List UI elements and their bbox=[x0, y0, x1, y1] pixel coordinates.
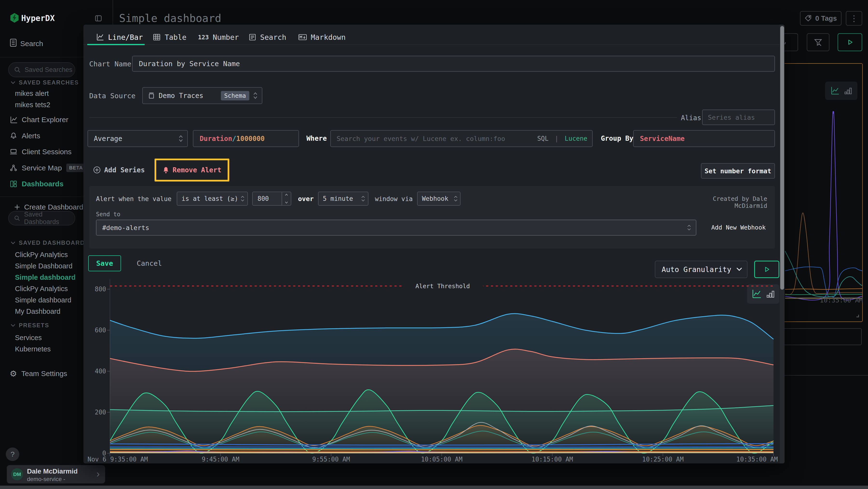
group-by-input[interactable]: ServiceName bbox=[633, 130, 775, 147]
where-label: Where bbox=[306, 135, 327, 142]
search-list-icon bbox=[249, 33, 256, 41]
saved-dashboard-item[interactable]: Simple dashboard bbox=[15, 294, 75, 306]
line-chart-icon bbox=[96, 33, 104, 41]
lucene-mode-toggle[interactable]: Lucene bbox=[565, 135, 587, 142]
saved-dashboard-item[interactable]: ClickPy Analytics bbox=[15, 249, 75, 260]
saved-searches-input[interactable]: Saved Searches bbox=[8, 62, 75, 77]
remove-alert-highlight-box: Remove Alert bbox=[155, 159, 229, 181]
hyperdx-logo-icon bbox=[10, 12, 19, 23]
brand-name[interactable]: HyperDX bbox=[21, 13, 55, 23]
sidebar-item-search[interactable]: Search bbox=[20, 39, 43, 48]
saved-searches-placeholder: Saved Searches bbox=[25, 66, 72, 74]
database-icon bbox=[148, 92, 155, 99]
save-button[interactable]: Save bbox=[88, 255, 121, 271]
preview-chart: Alert Threshold0200400600800Nov 6 9:35:0… bbox=[84, 271, 784, 463]
alert-channel-select[interactable]: Webhook bbox=[417, 192, 461, 206]
section-divider bbox=[89, 117, 677, 118]
presets-header[interactable]: PRESETS bbox=[10, 321, 49, 330]
tab-markdown[interactable]: Markdown bbox=[298, 31, 346, 44]
cancel-button[interactable]: Cancel bbox=[137, 259, 162, 267]
panel-menu-button[interactable]: ⋮ bbox=[846, 11, 862, 26]
chevron-up-down-icon bbox=[241, 195, 245, 202]
modal-scrollbar-thumb[interactable] bbox=[780, 26, 784, 290]
stepper-up-icon[interactable] bbox=[285, 194, 288, 196]
sidebar-item-team-settings[interactable]: ⚙ Team Settings bbox=[10, 368, 67, 379]
send-to-select[interactable]: #demo-alerts bbox=[96, 220, 696, 236]
data-source-select[interactable]: Demo Traces Schema bbox=[142, 87, 262, 104]
app-root: { "colors": { "accent_green": "#1bd696",… bbox=[0, 0, 868, 489]
sidebar-divider bbox=[0, 197, 84, 197]
sidebar-item-client-sessions[interactable]: Client Sessions bbox=[10, 146, 72, 157]
help-button[interactable]: ? bbox=[6, 448, 19, 461]
x-tick-label: 10:05:00 AM bbox=[421, 456, 462, 463]
chart-series-flat-blue2 bbox=[110, 447, 774, 447]
background-panel bbox=[781, 328, 862, 345]
chevron-up-down-icon bbox=[687, 224, 691, 231]
sidebar-item-label: Dashboards bbox=[22, 180, 63, 188]
alert-condition-select[interactable]: is at least (≥) bbox=[177, 192, 248, 206]
bell-icon bbox=[162, 167, 169, 174]
create-dashboard-button[interactable]: Create Dashboard bbox=[14, 202, 83, 212]
alias-input[interactable]: Series alias bbox=[702, 110, 775, 125]
saved-searches-header[interactable]: SAVED SEARCHES bbox=[10, 78, 79, 87]
saved-searches-list: mikes alertmikes tets2 bbox=[15, 88, 51, 111]
user-subtitle: demo-service - bbox=[27, 476, 65, 483]
set-number-format-button[interactable]: Set number format bbox=[701, 163, 775, 179]
line-chart-icon bbox=[10, 116, 18, 123]
chevron-up-down-icon bbox=[361, 195, 365, 202]
background-dashboard: 0 Tags ⋮ 10:35:00 AM bbox=[779, 0, 868, 489]
saved-dashboard-item[interactable]: Simple Dashboard bbox=[15, 260, 75, 272]
saved-dashboard-item[interactable]: ClickPy Analytics bbox=[15, 283, 75, 294]
saved-dashboard-item[interactable]: My Dashboard bbox=[15, 306, 75, 317]
search-logs-icon bbox=[10, 39, 17, 47]
saved-search-item[interactable]: mikes tets2 bbox=[15, 99, 51, 111]
saved-search-item[interactable]: mikes alert bbox=[15, 88, 51, 99]
add-new-webhook-button[interactable]: Add New Webhook bbox=[711, 224, 766, 231]
alert-config-panel: Alert when the value is at least (≥) 800… bbox=[89, 186, 775, 249]
tags-button[interactable]: 0 Tags bbox=[800, 11, 841, 26]
chart-series-flat-tan bbox=[110, 453, 774, 453]
beta-badge: BETA bbox=[66, 164, 86, 172]
send-to-label: Send to bbox=[96, 211, 120, 218]
sidebar-item-service-map[interactable]: Service MapBETA bbox=[10, 163, 86, 173]
sidebar-item-alerts[interactable]: Alerts bbox=[10, 131, 40, 141]
group-by-label: Group By bbox=[601, 135, 633, 142]
chart-series-flat-amber bbox=[110, 450, 774, 450]
tab-table[interactable]: Table bbox=[153, 31, 186, 44]
chevron-down-icon bbox=[10, 241, 16, 244]
y-tick-label: 600 bbox=[95, 326, 106, 334]
alert-threshold-input[interactable]: 800 bbox=[252, 192, 291, 206]
saved-dashboards-input[interactable]: Saved Dashboards bbox=[8, 211, 75, 225]
chart-name-label: Chart Name bbox=[89, 60, 131, 68]
saved-dashboards-header[interactable]: SAVED DASHBOARDS bbox=[10, 238, 89, 247]
background-divider bbox=[784, 375, 868, 376]
resize-handle-icon[interactable] bbox=[855, 313, 859, 318]
chart-name-input[interactable]: Duration by Service Name bbox=[132, 56, 775, 72]
collapse-sidebar-icon[interactable] bbox=[94, 15, 102, 22]
sql-mode-toggle[interactable]: SQL bbox=[537, 135, 549, 142]
filter-button[interactable] bbox=[807, 33, 830, 51]
saved-dashboard-item[interactable]: Simple dashboard bbox=[15, 272, 75, 283]
background-mini-series bbox=[785, 213, 862, 294]
stepper-down-icon[interactable] bbox=[285, 201, 288, 204]
bell-icon bbox=[10, 132, 18, 140]
sidebar-item-chart-explorer[interactable]: Chart Explorer bbox=[10, 114, 68, 125]
run-query-button-bg[interactable] bbox=[838, 33, 862, 51]
tab-search[interactable]: Search bbox=[249, 31, 286, 44]
preset-item[interactable]: Services bbox=[15, 332, 51, 343]
plus-icon bbox=[14, 204, 20, 210]
remove-alert-button[interactable]: Remove Alert bbox=[162, 166, 221, 174]
tag-icon bbox=[805, 15, 812, 22]
aggregation-select[interactable]: Average bbox=[88, 130, 188, 147]
field-expression-input[interactable]: Duration/1000000 bbox=[193, 130, 299, 147]
add-series-button[interactable]: Add Series bbox=[93, 162, 145, 178]
user-card[interactable]: DM Dale McDiarmid demo-service - › bbox=[7, 465, 105, 484]
tab-line-bar[interactable]: Line/Bar bbox=[96, 31, 143, 44]
number-stepper[interactable] bbox=[282, 192, 291, 205]
preset-item[interactable]: Kubernetes bbox=[15, 343, 51, 355]
alert-window-select[interactable]: 5 minute bbox=[318, 192, 368, 206]
sidebar-item-dashboards[interactable]: Dashboards bbox=[10, 179, 63, 189]
tab-number[interactable]: 123 Number bbox=[198, 31, 239, 44]
where-search-input[interactable]: Search your events w/ Lucene ex. column:… bbox=[330, 130, 593, 147]
sidebar-item-label: Chart Explorer bbox=[22, 116, 68, 124]
